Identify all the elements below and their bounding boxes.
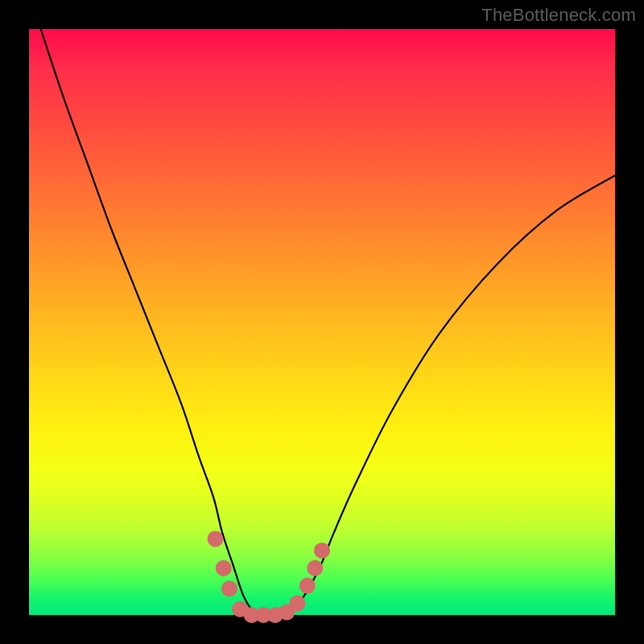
optimal-marker bbox=[221, 580, 237, 597]
optimal-marker bbox=[216, 560, 232, 576]
attribution-text: TheBottleneck.com bbox=[481, 5, 636, 26]
optimal-marker bbox=[307, 560, 323, 576]
curve-svg bbox=[29, 29, 615, 615]
optimal-marker bbox=[289, 595, 305, 611]
optimal-marker bbox=[314, 543, 330, 559]
bottleneck-curve bbox=[41, 29, 615, 616]
optimal-marker bbox=[299, 578, 316, 594]
optimal-marker bbox=[208, 530, 224, 547]
chart-frame: TheBottleneck.com bbox=[0, 0, 644, 644]
plot-area bbox=[29, 29, 615, 615]
